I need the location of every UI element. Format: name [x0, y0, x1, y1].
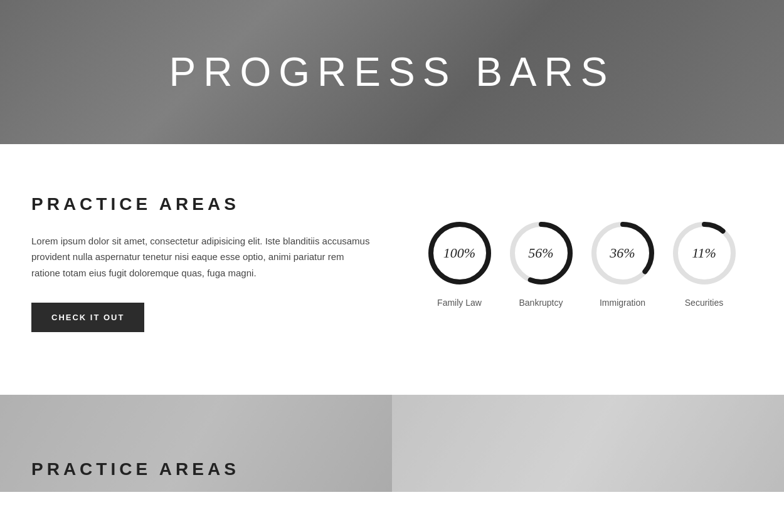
percent-immigration: 36%: [588, 219, 657, 288]
chart-securities: 11%: [670, 219, 739, 288]
hero-section: PROGRESS BARS: [0, 0, 784, 144]
bottom-right-overlay: [392, 395, 784, 492]
chart-immigration: 36%: [588, 219, 657, 288]
percent-securities: 11%: [670, 219, 739, 288]
practice-description: Lorem ipsum dolor sit amet, consectetur …: [31, 233, 373, 281]
bottom-section: PRACTICE AREAS: [0, 395, 784, 492]
label-securities: Securities: [685, 298, 723, 308]
circle-bankruptcy: 56% Bankruptcy: [507, 219, 576, 308]
bottom-right-panel: [392, 395, 784, 492]
circle-securities: 11% Securities: [670, 219, 739, 308]
circle-immigration: 36% Immigration: [588, 219, 657, 308]
practice-heading: PRACTICE AREAS: [31, 194, 373, 214]
bottom-heading: PRACTICE AREAS: [31, 459, 240, 479]
practice-left-content: PRACTICE AREAS Lorem ipsum dolor sit ame…: [31, 194, 373, 333]
practice-charts: 100% Family Law 56% Bankruptcy 3: [411, 219, 753, 308]
chart-family-law: 100%: [425, 219, 494, 288]
label-family-law: Family Law: [437, 298, 482, 308]
label-immigration: Immigration: [600, 298, 645, 308]
check-it-out-button[interactable]: CHECK IT OUT: [31, 303, 144, 332]
hero-title: PROGRESS BARS: [169, 49, 615, 95]
percent-bankruptcy: 56%: [507, 219, 576, 288]
percent-family-law: 100%: [425, 219, 494, 288]
practice-section: PRACTICE AREAS Lorem ipsum dolor sit ame…: [0, 144, 784, 395]
label-bankruptcy: Bankruptcy: [519, 298, 563, 308]
bottom-left-panel: PRACTICE AREAS: [0, 395, 392, 492]
circle-family-law: 100% Family Law: [425, 219, 494, 308]
chart-bankruptcy: 56%: [507, 219, 576, 288]
